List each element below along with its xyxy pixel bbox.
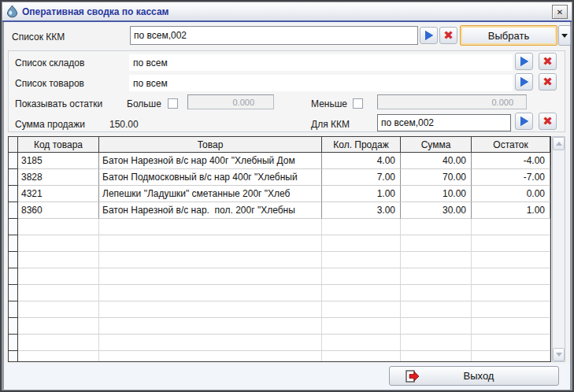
close-icon: ✕ (557, 8, 563, 17)
row-selector-cell (9, 285, 18, 301)
row-selector-cell (9, 235, 18, 252)
title-bar: Оперативная сводка по кассам ✕ (2, 2, 572, 22)
table-cell (401, 335, 472, 351)
table-cell[interactable]: Батон Нарезной в/с нар. пол. 200г "Хлебн… (99, 202, 322, 219)
table-cell (99, 285, 322, 301)
table-cell[interactable]: 3828 (18, 169, 99, 186)
show-remainders-label: Показывать остатки (15, 98, 102, 109)
greater-label: Больше (127, 98, 161, 109)
dialog-content: Список ККМ по всем,002 ✖ Выбрать Список … (4, 22, 570, 388)
kkm-apply-button[interactable] (420, 27, 438, 44)
table-cell (472, 235, 550, 252)
table-empty-row (9, 335, 550, 351)
exit-button[interactable]: Выход (389, 366, 559, 386)
table-empty-row (9, 301, 550, 318)
table-cell (472, 268, 550, 285)
table-row[interactable]: 4321Лепешки "Ладушки" сметанные 200г "Хл… (9, 186, 550, 202)
table-cell[interactable]: Батон Подмосковный в/с нар 400г "Хлебный (99, 169, 322, 186)
sales-sum-label: Сумма продажи (15, 119, 85, 130)
warehouses-apply-button[interactable] (515, 53, 533, 70)
row-selector-cell[interactable] (9, 202, 18, 219)
greater-checkbox[interactable] (168, 98, 178, 109)
table-cell[interactable]: 10.00 (401, 186, 472, 202)
table-cell (322, 318, 401, 335)
table-cell[interactable]: Батон Нарезной в/с нар 400г "Хлебный Дом (99, 153, 322, 169)
row-selector-cell (9, 335, 18, 351)
filters-panel: Список складов по всем ✖ Список товаров … (8, 50, 565, 132)
kkm-list-label: Список ККМ (12, 31, 65, 43)
goods-clear-button[interactable]: ✖ (539, 73, 557, 91)
less-threshold-input[interactable]: 0.000 (377, 94, 527, 109)
row-selector-cell (9, 351, 18, 362)
table-cell[interactable]: Лепешки "Ладушки" сметанные 200г "Хлеб (99, 186, 322, 202)
table-cell[interactable]: 4.00 (322, 153, 401, 169)
goods-field[interactable]: по всем (129, 75, 513, 91)
table-row[interactable]: 3185Батон Нарезной в/с нар 400г "Хлебный… (9, 153, 550, 169)
for-kkm-apply-button[interactable] (515, 113, 533, 130)
table-cell[interactable]: -4.00 (472, 153, 550, 169)
table-cell (18, 268, 99, 285)
scroll-down-icon (556, 353, 562, 357)
table-cell[interactable]: 3.00 (322, 202, 401, 219)
less-checkbox[interactable] (353, 98, 363, 109)
row-selector-cell[interactable] (9, 169, 18, 186)
table-cell (322, 335, 401, 351)
table-cell (99, 301, 322, 318)
table-empty-row (9, 252, 550, 268)
table-cell (18, 335, 99, 351)
column-header-qty[interactable]: Кол. Продаж (322, 137, 401, 153)
table-cell (401, 268, 472, 285)
column-header-remainder[interactable]: Остаток (472, 137, 550, 153)
goods-apply-button[interactable] (515, 73, 533, 91)
select-button[interactable]: Выбрать (460, 25, 557, 46)
warehouses-clear-button[interactable]: ✖ (539, 53, 557, 70)
table-empty-row (9, 235, 550, 252)
table-cell[interactable]: 3185 (18, 153, 99, 169)
table-cell (18, 301, 99, 318)
table-cell[interactable]: 1.00 (472, 202, 550, 219)
table-cell (322, 301, 401, 318)
table-cell[interactable]: 7.00 (322, 169, 401, 186)
table-cell[interactable]: 30.00 (401, 202, 472, 219)
warehouses-field[interactable]: по всем (129, 54, 513, 71)
select-dropdown-button[interactable] (558, 25, 571, 46)
row-selector-cell[interactable] (9, 186, 18, 202)
table-vertical-scrollbar[interactable] (552, 136, 565, 362)
kkm-list-input[interactable]: по всем,002 (130, 26, 418, 45)
sales-sum-value: 150.00 (109, 119, 139, 130)
for-kkm-input[interactable]: по всем,002 (377, 114, 511, 131)
table-cell (472, 335, 550, 351)
scroll-down-button[interactable] (553, 348, 565, 361)
warehouses-label: Список складов (15, 57, 84, 68)
table-cell (18, 235, 99, 252)
table-cell (322, 252, 401, 268)
table-empty-row (9, 268, 550, 285)
table-row[interactable]: 3828Батон Подмосковный в/с нар 400г "Хле… (9, 169, 550, 186)
table-row[interactable]: 8360Батон Нарезной в/с нар. пол. 200г "Х… (9, 202, 550, 219)
table-cell (472, 351, 550, 362)
table-cell (322, 235, 401, 252)
kkm-clear-button[interactable]: ✖ (439, 27, 457, 44)
scroll-up-button[interactable] (553, 137, 565, 150)
greater-threshold-input[interactable]: 0.000 (187, 94, 274, 109)
column-header-sum[interactable]: Сумма (401, 137, 472, 153)
table-cell[interactable]: 1.00 (322, 186, 401, 202)
table-empty-row (9, 318, 550, 335)
row-selector-cell[interactable] (9, 153, 18, 169)
bottom-bar: Выход (4, 364, 570, 390)
table-cell[interactable]: -7.00 (472, 169, 550, 186)
table-cell[interactable]: 70.00 (401, 169, 472, 186)
table-cell[interactable]: 4321 (18, 186, 99, 202)
sales-table: Код товара Товар Кол. Продаж Сумма Остат… (8, 136, 551, 362)
table-cell (322, 219, 401, 235)
for-kkm-clear-button[interactable]: ✖ (539, 113, 557, 130)
select-arrow-icon (425, 31, 433, 40)
column-header-product[interactable]: Товар (99, 137, 322, 153)
table-cell[interactable]: 40.00 (401, 153, 472, 169)
row-selector-cell (9, 318, 18, 335)
table-cell[interactable]: 0.00 (472, 186, 550, 202)
table-cell[interactable]: 8360 (18, 202, 99, 219)
for-kkm-label: Для ККМ (311, 119, 350, 130)
close-button[interactable]: ✕ (552, 5, 568, 19)
column-header-code[interactable]: Код товара (18, 137, 99, 153)
